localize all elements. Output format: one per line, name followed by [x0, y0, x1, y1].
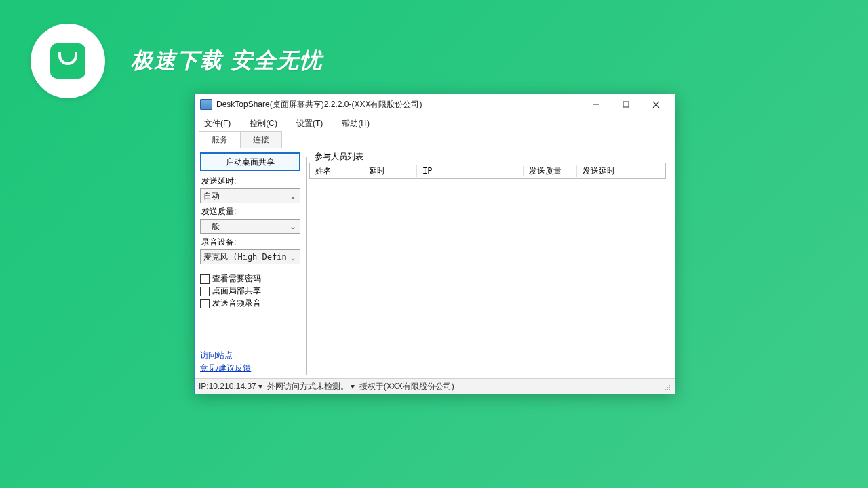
svg-point-7 [665, 389, 666, 390]
checkbox-partial-share[interactable]: 桌面局部共享 [200, 285, 300, 297]
send-quality-label: 发送质量: [201, 206, 300, 218]
promo-badge [31, 24, 105, 98]
tabstrip: 服务 连接 [195, 131, 675, 148]
status-net: 外网访问方式未检测。 [267, 381, 349, 392]
svg-point-9 [669, 385, 670, 386]
participants-fieldset: 参与人员列表 姓名 延时 IP 发送质量 发送延时 [306, 157, 669, 375]
control-panel: 启动桌面共享 发送延时: 自动 ⌄ 发送质量: 一般 ⌄ 录音设备: 麦克风 (… [200, 152, 300, 375]
record-device-label: 录音设备: [201, 237, 300, 248]
send-delay-select[interactable]: 自动 ⌄ [200, 188, 300, 203]
link-visit-site[interactable]: 访问站点 [200, 350, 300, 361]
col-name[interactable]: 姓名 [310, 165, 363, 177]
promo-text: 极速下载 安全无忧 [131, 46, 323, 76]
col-send-quality[interactable]: 发送质量 [524, 165, 577, 177]
titlebar[interactable]: DeskTopShare(桌面屏幕共享)2.2.2.0-(XXX有限股份公司) [195, 94, 675, 115]
col-delay[interactable]: 延时 [363, 165, 417, 177]
status-ip: IP:10.210.14.37 [199, 382, 256, 391]
record-device-select[interactable]: 麦克风 (High Defin ⌄ [200, 249, 300, 264]
tab-service[interactable]: 服务 [199, 131, 241, 148]
checkbox-label: 发送音频录音 [212, 298, 261, 309]
link-feedback[interactable]: 意见/建议反馈 [200, 363, 300, 374]
start-share-button[interactable]: 启动桌面共享 [200, 152, 300, 171]
menubar: 文件(F) 控制(C) 设置(T) 帮助(H) [195, 115, 675, 131]
checkbox-label: 桌面局部共享 [212, 285, 261, 297]
menu-help[interactable]: 帮助(H) [342, 118, 370, 129]
close-button[interactable] [641, 95, 671, 114]
svg-point-5 [667, 389, 668, 390]
menu-control[interactable]: 控制(C) [250, 118, 277, 129]
checkbox-icon [200, 274, 210, 284]
checkbox-view-password[interactable]: 查看需要密码 [200, 273, 300, 285]
send-quality-value: 一般 [203, 221, 220, 232]
window-title: DeskTopShare(桌面屏幕共享)2.2.2.0-(XXX有限股份公司) [216, 99, 422, 110]
menu-file[interactable]: 文件(F) [204, 118, 231, 129]
checkbox-send-audio[interactable]: 发送音频录音 [200, 298, 300, 309]
tab-connect[interactable]: 连接 [240, 131, 282, 148]
resize-grip-icon[interactable] [661, 382, 671, 391]
send-delay-label: 发送延时: [201, 176, 300, 187]
svg-point-8 [667, 387, 668, 388]
app-icon [200, 99, 212, 110]
menu-settings[interactable]: 设置(T) [296, 118, 323, 129]
chevron-down-icon: ⌄ [288, 251, 298, 262]
chevron-down-icon: ⌄ [288, 190, 298, 201]
status-license: 授权于(XXX有限股份公司) [359, 381, 454, 392]
checkbox-label: 查看需要密码 [212, 273, 261, 285]
statusbar: IP:10.210.14.37 ▾ 外网访问方式未检测。 ▾ 授权于(XXX有限… [195, 378, 675, 394]
checkbox-icon [200, 287, 210, 296]
record-device-value: 麦克风 (High Defin [203, 251, 287, 263]
svg-rect-1 [623, 102, 629, 107]
checkbox-icon [200, 299, 210, 308]
participants-legend: 参与人员列表 [312, 151, 366, 163]
participants-header: 姓名 延时 IP 发送质量 发送延时 [309, 163, 666, 179]
col-send-delay[interactable]: 发送延时 [577, 165, 665, 177]
col-ip[interactable]: IP [417, 166, 524, 176]
send-delay-value: 自动 [203, 190, 220, 202]
chevron-down-icon: ⌄ [288, 221, 298, 232]
app-window: DeskTopShare(桌面屏幕共享)2.2.2.0-(XXX有限股份公司) … [194, 94, 675, 394]
svg-point-4 [669, 389, 670, 390]
svg-point-6 [669, 387, 670, 388]
send-quality-select[interactable]: 一般 ⌄ [200, 219, 300, 234]
minimize-button[interactable] [581, 95, 611, 114]
maximize-button[interactable] [611, 95, 641, 114]
shopping-bag-icon [50, 43, 85, 79]
promo-header: 极速下载 安全无忧 [31, 24, 323, 98]
